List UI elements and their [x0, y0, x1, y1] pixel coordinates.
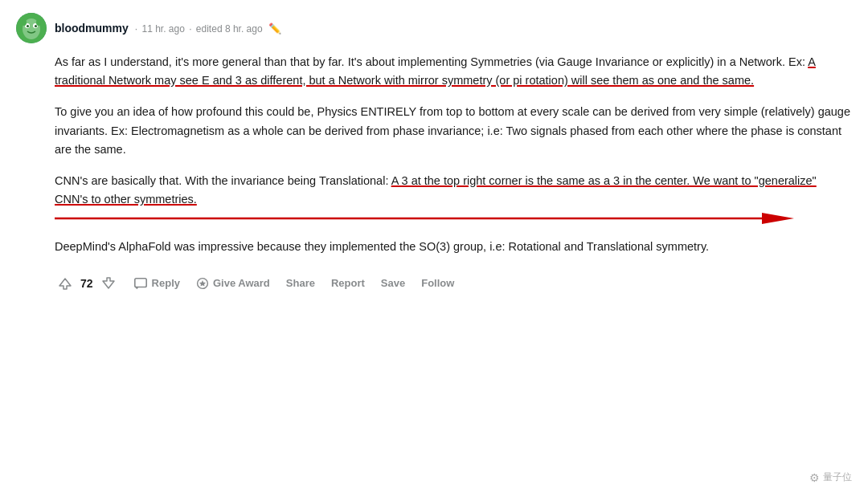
edit-icon: ✏️	[268, 22, 281, 35]
comment-container: bloodmummy · 11 hr. ago · edited 8 hr. a…	[0, 0, 868, 315]
paragraph-3: CNN's are basically that. With the invar…	[55, 172, 852, 209]
share-button[interactable]: Share	[280, 272, 321, 294]
follow-button[interactable]: Follow	[415, 272, 461, 294]
svg-point-4	[27, 25, 29, 27]
svg-rect-10	[134, 278, 145, 287]
svg-point-7	[36, 19, 41, 26]
svg-point-6	[22, 19, 27, 26]
vote-count: 72	[80, 277, 93, 290]
watermark-icon: ⚙	[809, 471, 820, 484]
reply-button[interactable]: Reply	[127, 271, 186, 295]
paragraph-4: DeepMind's AlphaFold was impressive beca…	[55, 238, 852, 256]
downvote-button[interactable]	[98, 273, 119, 294]
save-button[interactable]: Save	[375, 272, 411, 294]
vote-section: 72	[55, 273, 119, 294]
username[interactable]: bloodmummy	[55, 22, 129, 35]
post-meta: · 11 hr. ago · edited 8 hr. ago ✏️	[135, 22, 283, 35]
user-info: bloodmummy · 11 hr. ago · edited 8 hr. a…	[55, 22, 283, 35]
upvote-icon	[58, 276, 72, 291]
comment-header: bloodmummy · 11 hr. ago · edited 8 hr. a…	[16, 13, 852, 43]
svg-point-5	[35, 25, 37, 27]
upvote-button[interactable]	[55, 273, 76, 294]
comment-icon	[133, 276, 148, 291]
svg-marker-9	[762, 213, 794, 224]
award-icon	[196, 277, 209, 290]
watermark-text: 量子位	[823, 471, 852, 484]
avatar	[16, 13, 47, 43]
report-button[interactable]: Report	[325, 272, 371, 294]
give-award-button[interactable]: Give Award	[190, 272, 276, 295]
paragraph-2: To give you an idea of how profound this…	[55, 103, 852, 159]
comment-body: As far as I understand, it's more genera…	[55, 53, 852, 257]
watermark: ⚙ 量子位	[809, 471, 852, 484]
red-arrow	[55, 207, 794, 230]
paragraph-3-wrapper: CNN's are basically that. With the invar…	[55, 172, 852, 230]
action-bar: 72 Reply Give Award Share	[55, 271, 852, 302]
paragraph-1: As far as I understand, it's more genera…	[55, 53, 852, 90]
downvote-icon	[101, 276, 116, 291]
